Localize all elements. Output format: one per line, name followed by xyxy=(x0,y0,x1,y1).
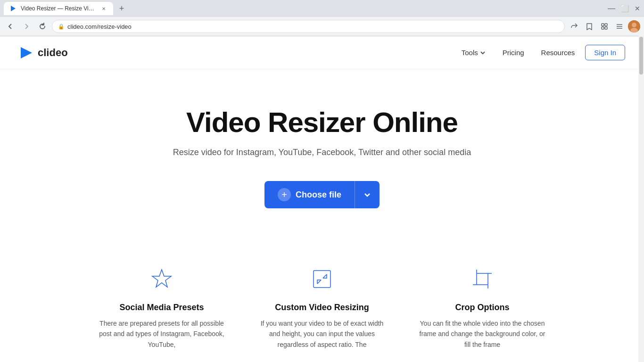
logo-icon xyxy=(19,45,34,60)
share-icon[interactable] xyxy=(568,20,581,33)
feature-crop-options-desc: You can fit the whole video into the cho… xyxy=(416,318,548,350)
hero-title: Video Resizer Online xyxy=(19,107,625,138)
svg-rect-16 xyxy=(477,273,488,285)
browser-chrome: Video Resizer — Resize Video On... ✕ + —… xyxy=(0,0,644,36)
website-content: clideo Tools Pricing Resources Sign In V… xyxy=(0,36,644,362)
nav-resources[interactable]: Resources xyxy=(535,45,582,60)
minimize-button[interactable]: — xyxy=(608,4,615,13)
svg-point-9 xyxy=(632,23,636,27)
choose-file-dropdown-button[interactable] xyxy=(355,181,380,208)
nav-menu: Tools Pricing Resources Sign In xyxy=(455,45,625,60)
tools-chevron-icon xyxy=(480,50,486,56)
choose-file-container: + Choose file xyxy=(19,181,625,208)
ssl-lock-icon: 🔒 xyxy=(58,24,65,30)
svg-rect-3 xyxy=(602,27,604,29)
feature-social-media-presets: Social Media Presets There are prepared … xyxy=(96,265,228,350)
tab-favicon xyxy=(9,5,17,12)
plus-circle-icon: + xyxy=(278,188,291,201)
browser-toolbar: 🔒 clideo.com/resize-video xyxy=(0,17,644,36)
svg-rect-13 xyxy=(314,271,330,288)
reload-button[interactable] xyxy=(36,20,49,33)
browser-tab[interactable]: Video Resizer — Resize Video On... ✕ xyxy=(4,2,113,15)
window-controls: — ⬜ ✕ xyxy=(608,4,640,13)
choose-file-main[interactable]: + Choose file xyxy=(264,181,355,208)
resize-icon xyxy=(308,265,336,293)
scrollbar-thumb[interactable] xyxy=(639,37,643,74)
crop-icon xyxy=(468,265,496,293)
url-text: clideo.com/resize-video xyxy=(67,23,132,30)
svg-line-15 xyxy=(317,280,321,284)
tab-close-button[interactable]: ✕ xyxy=(100,5,107,12)
feature-crop-options: Crop Options You can fit the whole video… xyxy=(416,265,548,350)
back-button[interactable] xyxy=(4,20,17,33)
feature-custom-video-resizing-desc: If you want your video to be of exact wi… xyxy=(256,318,388,350)
choose-file-label: Choose file xyxy=(296,190,341,200)
hero-section: Video Resizer Online Resize video for In… xyxy=(0,69,644,237)
address-bar[interactable]: 🔒 clideo.com/resize-video xyxy=(52,20,565,33)
feature-custom-video-resizing: Custom Video Resizing If you want your v… xyxy=(256,265,388,350)
dropdown-chevron-icon xyxy=(363,191,371,198)
maximize-button[interactable]: ⬜ xyxy=(621,5,629,12)
close-button[interactable]: ✕ xyxy=(635,5,640,12)
svg-line-14 xyxy=(323,274,327,278)
nav-tools[interactable]: Tools xyxy=(455,45,492,60)
svg-rect-1 xyxy=(602,24,604,26)
sign-in-button[interactable]: Sign In xyxy=(585,45,625,60)
svg-rect-2 xyxy=(605,24,607,26)
hero-subtitle: Resize video for Instagram, YouTube, Fac… xyxy=(19,148,625,157)
extensions-icon[interactable] xyxy=(598,20,611,33)
tab-title: Video Resizer — Resize Video On... xyxy=(21,5,96,12)
toolbar-actions xyxy=(568,20,640,33)
svg-marker-0 xyxy=(11,6,16,11)
forward-button[interactable] xyxy=(20,20,33,33)
choose-file-button[interactable]: + Choose file xyxy=(264,181,380,208)
bookmark-icon[interactable] xyxy=(583,20,596,33)
feature-crop-options-title: Crop Options xyxy=(416,303,548,313)
feature-social-media-presets-title: Social Media Presets xyxy=(96,303,228,313)
user-avatar[interactable] xyxy=(628,20,640,33)
features-section: Social Media Presets There are prepared … xyxy=(0,237,644,362)
feature-social-media-presets-desc: There are prepared presets for all possi… xyxy=(96,318,228,350)
scrollbar[interactable] xyxy=(638,36,644,362)
site-navigation: clideo Tools Pricing Resources Sign In xyxy=(0,36,644,69)
new-tab-button[interactable]: + xyxy=(115,2,128,15)
site-logo[interactable]: clideo xyxy=(19,45,68,60)
browser-titlebar: Video Resizer — Resize Video On... ✕ + —… xyxy=(0,0,644,17)
logo-text: clideo xyxy=(38,47,68,59)
profile-menu-icon[interactable] xyxy=(613,20,626,33)
svg-marker-12 xyxy=(152,270,171,287)
feature-custom-video-resizing-title: Custom Video Resizing xyxy=(256,303,388,313)
svg-marker-11 xyxy=(21,47,32,58)
nav-pricing[interactable]: Pricing xyxy=(496,45,531,60)
svg-rect-4 xyxy=(605,27,607,29)
star-icon xyxy=(148,265,176,293)
